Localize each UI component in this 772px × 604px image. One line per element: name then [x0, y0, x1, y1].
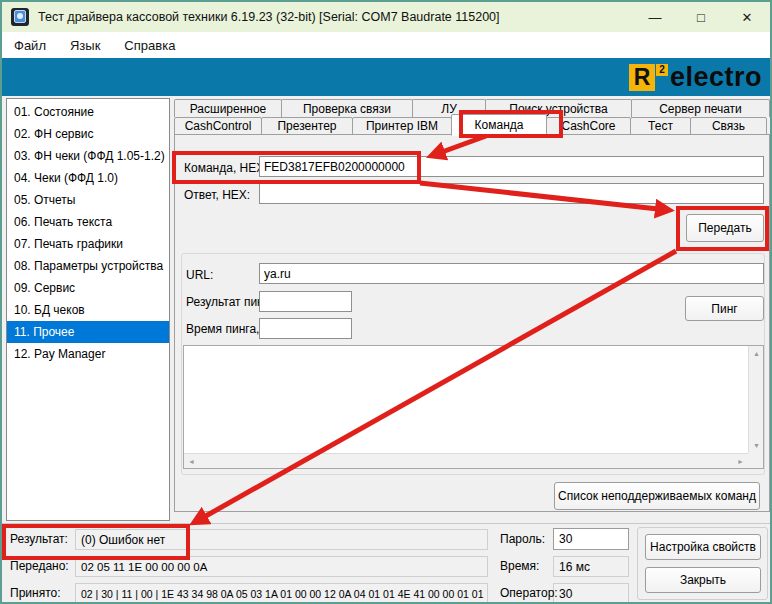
- scroll-left-icon[interactable]: ◄: [184, 454, 199, 469]
- menu-file[interactable]: Файл: [14, 38, 46, 53]
- sidebar-item-print-text[interactable]: 06. Печать текста: [7, 211, 169, 233]
- tab-print-server[interactable]: Сервер печати: [631, 99, 770, 117]
- scrollbar-corner: [748, 453, 763, 468]
- maximize-button[interactable]: □: [678, 2, 724, 32]
- sidebar-item-service[interactable]: 09. Сервис: [7, 277, 169, 299]
- logo-r-box: R: [629, 64, 655, 91]
- settings-button[interactable]: Настройка свойств: [645, 534, 761, 560]
- logo-sup-box: 2: [656, 64, 668, 76]
- close-button[interactable]: ✕: [724, 2, 770, 32]
- tab-printer-ibm[interactable]: Принтер IBM: [352, 117, 452, 135]
- sidebar-item-pay-manager[interactable]: 12. Pay Manager: [7, 343, 169, 365]
- tab-test[interactable]: Тест: [630, 117, 691, 135]
- tab-link-check[interactable]: Проверка связи: [281, 99, 413, 117]
- password-label: Пароль:: [500, 532, 545, 546]
- tab-cashcore[interactable]: CashCore: [546, 117, 631, 135]
- log-vertical-scrollbar[interactable]: ▲ ▼: [748, 346, 763, 453]
- sidebar-item-receipt-db[interactable]: 10. БД чеков: [7, 299, 169, 321]
- operator-label: Оператор:: [500, 586, 558, 600]
- log-horizontal-scrollbar[interactable]: ◄ ►: [184, 453, 748, 468]
- brand-banner: R 2 electro: [2, 58, 770, 96]
- time-field: 16 мс: [553, 556, 629, 577]
- titlebar: Тест драйвера кассовой техники 6.19.23 (…: [2, 2, 770, 32]
- close-window-button[interactable]: Закрыть: [645, 567, 761, 593]
- ping-button[interactable]: Пинг: [685, 296, 764, 321]
- tab-presenter[interactable]: Презентер: [261, 117, 353, 135]
- app-icon-glyph: [14, 10, 26, 23]
- tab-strip-row2: CashControl Презентер Принтер IBM Команд…: [174, 117, 770, 135]
- command-hex-input[interactable]: [259, 156, 764, 177]
- password-input[interactable]: 30: [553, 528, 629, 550]
- url-label: URL:: [186, 268, 213, 282]
- answer-hex-input[interactable]: [259, 183, 764, 204]
- window-title: Тест драйвера кассовой техники 6.19.23 (…: [38, 10, 500, 24]
- ping-time-input[interactable]: [259, 318, 352, 339]
- answer-hex-label: Ответ, HEX:: [184, 188, 250, 202]
- sidebar-item-status[interactable]: 01. Состояние: [7, 101, 169, 123]
- window-controls: — □ ✕: [632, 2, 770, 32]
- logo-text: electro: [670, 64, 762, 91]
- scroll-up-icon[interactable]: ▲: [749, 346, 764, 361]
- tab-advanced[interactable]: Расширенное: [174, 99, 282, 117]
- log-box-content[interactable]: [184, 346, 748, 453]
- scroll-right-icon[interactable]: ►: [733, 454, 748, 469]
- sent-label: Передано:: [10, 559, 69, 573]
- menu-help[interactable]: Справка: [124, 38, 175, 53]
- send-button[interactable]: Передать: [686, 214, 764, 242]
- result-field: (0) Ошибок нет: [75, 529, 488, 550]
- tab-cashcontrol[interactable]: CashControl: [174, 117, 262, 135]
- ping-result-input[interactable]: [259, 291, 352, 312]
- brand-logo: R 2 electro: [629, 64, 762, 91]
- sent-field: 02 05 11 1E 00 00 00 0A: [75, 556, 488, 577]
- sidebar-item-fn-service[interactable]: 02. ФН сервис: [7, 123, 169, 145]
- unsupported-commands-button[interactable]: Список неподдерживаемых команд: [554, 482, 760, 510]
- command-hex-label: Команда, HEX:: [184, 161, 268, 175]
- time-label: Время:: [500, 559, 539, 573]
- sidebar-item-reports[interactable]: 05. Отчеты: [7, 189, 169, 211]
- result-label: Результат:: [10, 532, 68, 546]
- tab-connection[interactable]: Связь: [690, 117, 767, 135]
- url-input[interactable]: [259, 263, 764, 284]
- sidebar-item-device-params[interactable]: 08. Параметры устройства: [7, 255, 169, 277]
- status-panel-divider: [2, 523, 772, 524]
- sidebar-item-print-graphics[interactable]: 07. Печать графики: [7, 233, 169, 255]
- log-box[interactable]: ▲ ▼ ◄ ►: [183, 345, 764, 469]
- sidebar-item-receipts[interactable]: 04. Чеки (ФФД 1.0): [7, 167, 169, 189]
- minimize-button[interactable]: —: [632, 2, 678, 32]
- operator-field: 30: [553, 583, 629, 604]
- tab-command[interactable]: Команда: [451, 114, 547, 136]
- received-field: 02 | 30 | 11 | 00 | 1E 43 34 98 0A 05 03…: [75, 583, 488, 604]
- app-window: Тест драйвера кассовой техники 6.19.23 (…: [0, 0, 772, 604]
- menu-language[interactable]: Язык: [70, 38, 100, 53]
- menubar: Файл Язык Справка: [2, 32, 770, 58]
- scroll-down-icon[interactable]: ▼: [749, 438, 764, 453]
- sidebar-item-other[interactable]: 11. Прочее: [7, 321, 169, 343]
- received-label: Принято:: [10, 586, 61, 600]
- app-icon: [11, 8, 29, 26]
- sidebar-item-fn-receipts[interactable]: 03. ФН чеки (ФФД 1.05-1.2): [7, 145, 169, 167]
- sidebar-list: 01. Состояние 02. ФН сервис 03. ФН чеки …: [6, 98, 170, 521]
